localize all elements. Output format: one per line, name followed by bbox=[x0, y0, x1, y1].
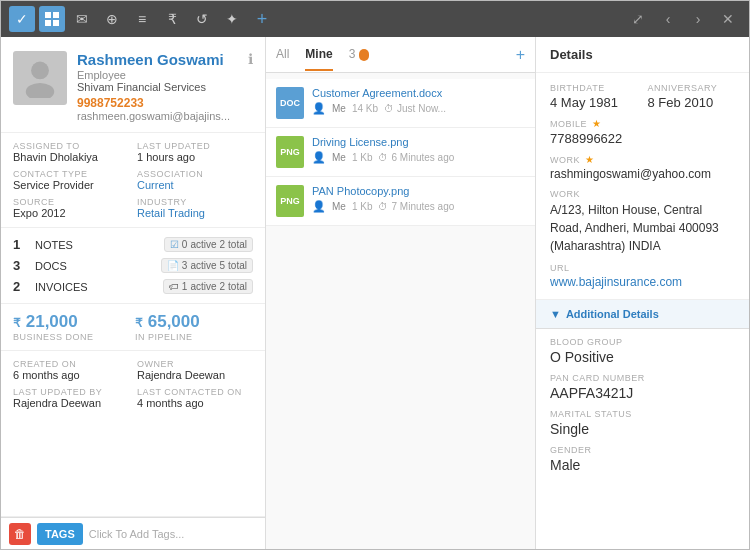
url-value[interactable]: www.bajajinsurance.com bbox=[550, 275, 735, 289]
toolbar-close-icon[interactable]: ✕ bbox=[715, 6, 741, 32]
tab-mine[interactable]: Mine bbox=[305, 39, 332, 71]
url-label: Url bbox=[550, 263, 735, 273]
industry-value[interactable]: Retail Trading bbox=[137, 207, 253, 219]
doc-time-value-1: Just Now... bbox=[397, 103, 446, 114]
pan-value: AAPFA3421J bbox=[550, 385, 735, 401]
doc-item-3[interactable]: PNG PAN Photocopy.png 👤 Me 1 Kb ⏱ 7 Minu… bbox=[266, 177, 535, 226]
doc-name-1[interactable]: Customer Agreement.docx bbox=[312, 87, 525, 99]
contact-type-field: CONTACT TYPE Service Provider bbox=[13, 169, 129, 191]
invoices-count-row[interactable]: 2 INVOICES 🏷 1 active 2 total bbox=[13, 276, 253, 297]
tab-all[interactable]: All bbox=[276, 39, 289, 71]
doc-name-2[interactable]: Driving License.png bbox=[312, 136, 525, 148]
last-contacted-on-value: 4 months ago bbox=[137, 397, 253, 409]
toolbar-chat-icon[interactable]: ✦ bbox=[219, 6, 245, 32]
tab-add-button[interactable]: + bbox=[516, 46, 525, 64]
work-star-icon: ★ bbox=[585, 154, 595, 165]
birthdate-label: Birthdate bbox=[550, 83, 638, 93]
app-container: ✓ ✉ ⊕ ≡ ₹ ↺ ✦ + ⤢ ‹ › ✕ bbox=[0, 0, 750, 550]
last-updated-by-value: Rajendra Deewan bbox=[13, 397, 129, 409]
assigned-to-value: Bhavin Dholakiya bbox=[13, 151, 129, 163]
invoices-count-badge: 🏷 1 active 2 total bbox=[163, 279, 253, 294]
docs-count-row[interactable]: 3 DOCS 📄 3 active 5 total bbox=[13, 255, 253, 276]
doc-icon-3: PNG bbox=[276, 185, 304, 217]
tags-button[interactable]: TAGS bbox=[37, 523, 83, 545]
gender-label: Gender bbox=[550, 445, 735, 455]
doc-meta-3: 👤 Me 1 Kb ⏱ 7 Minutes ago bbox=[312, 200, 525, 213]
docs-doc-icon: 📄 bbox=[167, 260, 179, 271]
toolbar-refresh-icon[interactable]: ↺ bbox=[189, 6, 215, 32]
doc-size-3: 1 Kb bbox=[352, 201, 373, 212]
assigned-to-field: ASSIGNED TO Bhavin Dholakiya bbox=[13, 141, 129, 163]
association-field: ASSOCIATION Current bbox=[137, 169, 253, 191]
clock-icon-2: ⏱ bbox=[378, 152, 388, 163]
created-on-label: CREATED ON bbox=[13, 359, 129, 369]
profile-company: Shivam Financial Services bbox=[77, 81, 238, 93]
delete-button[interactable]: 🗑 bbox=[9, 523, 31, 545]
toolbar-grid-icon[interactable] bbox=[39, 6, 65, 32]
business-done-field: ₹ 21,000 BUSINESS DONE bbox=[13, 312, 131, 342]
doc-name-3[interactable]: PAN Photocopy.png bbox=[312, 185, 525, 197]
owner-value: Rajendra Deewan bbox=[137, 369, 253, 381]
in-pipeline-amount: ₹ 65,000 bbox=[135, 312, 253, 332]
source-field: SOURCE Expo 2012 bbox=[13, 197, 129, 219]
notes-count-badge: ☑ 0 active 2 total bbox=[164, 237, 253, 252]
tags-bar: 🗑 TAGS Click To Add Tags... bbox=[1, 517, 265, 549]
doc-item-1[interactable]: DOC Customer Agreement.docx 👤 Me 14 Kb ⏱… bbox=[266, 79, 535, 128]
profile-phone[interactable]: 9988752233 bbox=[77, 96, 238, 110]
notes-count-num: 1 bbox=[13, 237, 29, 252]
profile-name[interactable]: Rashmeen Goswami bbox=[77, 51, 238, 68]
profile-info: Rashmeen Goswami Employee Shivam Financi… bbox=[77, 51, 238, 122]
toolbar-expand-icon[interactable]: ⤢ bbox=[625, 6, 651, 32]
collapse-icon: ▼ bbox=[550, 308, 561, 320]
additional-title: ▼ Additional Details bbox=[550, 308, 735, 320]
toolbar-check-icon[interactable]: ✓ bbox=[9, 6, 35, 32]
details-header: Details bbox=[536, 37, 749, 73]
info-icon[interactable]: ℹ bbox=[248, 51, 253, 122]
in-pipeline-value: 65,000 bbox=[148, 312, 200, 331]
gender-field: Gender Male bbox=[550, 445, 735, 473]
tab-count[interactable]: 3 bbox=[349, 39, 370, 71]
invoices-count-label: INVOICES bbox=[35, 281, 157, 293]
profile-section: Rashmeen Goswami Employee Shivam Financi… bbox=[1, 37, 265, 133]
last-contacted-on-field: LAST CONTACTED ON 4 months ago bbox=[137, 387, 253, 409]
invoices-count-num: 2 bbox=[13, 279, 29, 294]
profile-role: Employee bbox=[77, 69, 238, 81]
invoices-total: 2 bbox=[220, 281, 226, 292]
work-label-text: Work bbox=[550, 155, 580, 165]
toolbar-forward-icon[interactable]: › bbox=[685, 6, 711, 32]
pan-field: PAN Card Number AAPFA3421J bbox=[550, 373, 735, 401]
notes-count-row[interactable]: 1 NOTES ☑ 0 active 2 total bbox=[13, 234, 253, 255]
doc-owner-3: Me bbox=[332, 201, 346, 212]
svg-point-4 bbox=[31, 62, 49, 80]
profile-email[interactable]: rashmeen.goswami@bajajins... bbox=[77, 110, 238, 122]
toolbar-list-icon[interactable]: ≡ bbox=[129, 6, 155, 32]
anniversary-label: Anniversary bbox=[648, 83, 736, 93]
svg-rect-0 bbox=[45, 12, 51, 18]
doc-item-2[interactable]: PNG Driving License.png 👤 Me 1 Kb ⏱ 6 Mi… bbox=[266, 128, 535, 177]
docs-count-label: DOCS bbox=[35, 260, 155, 272]
footer-grid: CREATED ON 6 months ago OWNER Rajendra D… bbox=[13, 359, 253, 409]
toolbar-globe-icon[interactable]: ⊕ bbox=[99, 6, 125, 32]
document-list: DOC Customer Agreement.docx 👤 Me 14 Kb ⏱… bbox=[266, 73, 535, 549]
doc-icon-1: DOC bbox=[276, 87, 304, 119]
counts-section: 1 NOTES ☑ 0 active 2 total 3 DOCS 📄 3 ac… bbox=[1, 228, 265, 304]
source-value: Expo 2012 bbox=[13, 207, 129, 219]
association-value[interactable]: Current bbox=[137, 179, 253, 191]
tags-placeholder[interactable]: Click To Add Tags... bbox=[89, 528, 185, 540]
notes-total: 2 bbox=[220, 239, 226, 250]
doc-time-value-3: 7 Minutes ago bbox=[391, 201, 454, 212]
industry-label: INDUSTRY bbox=[137, 197, 253, 207]
svg-rect-1 bbox=[53, 12, 59, 18]
business-done-value: 21,000 bbox=[26, 312, 78, 331]
mobile-value: 7788996622 bbox=[550, 131, 735, 146]
toolbar-rupee-icon[interactable]: ₹ bbox=[159, 6, 185, 32]
toolbar-add-icon[interactable]: + bbox=[249, 6, 275, 32]
doc-details-2: Driving License.png 👤 Me 1 Kb ⏱ 6 Minute… bbox=[312, 136, 525, 164]
additional-details-section[interactable]: ▼ Additional Details bbox=[536, 300, 749, 329]
toolbar-back-icon[interactable]: ‹ bbox=[655, 6, 681, 32]
left-footer: CREATED ON 6 months ago OWNER Rajendra D… bbox=[1, 351, 265, 517]
doc-meta-2: 👤 Me 1 Kb ⏱ 6 Minutes ago bbox=[312, 151, 525, 164]
marital-field: Marital Status Single bbox=[550, 409, 735, 437]
toolbar-mail-icon[interactable]: ✉ bbox=[69, 6, 95, 32]
gender-value: Male bbox=[550, 457, 735, 473]
